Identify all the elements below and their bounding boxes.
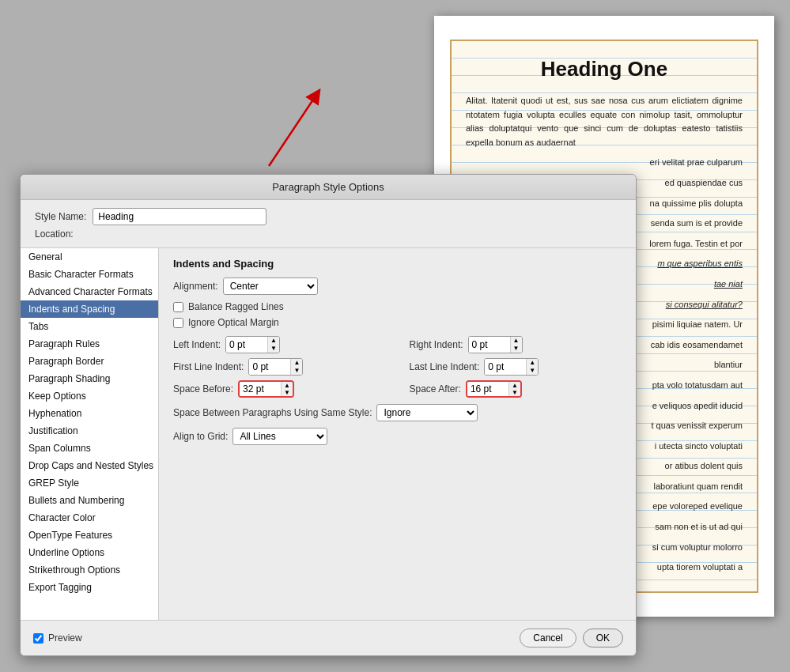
dialog-footer: Preview Cancel OK — [21, 620, 636, 655]
sidebar-item-opentype[interactable]: OpenType Features — [21, 527, 158, 544]
space-before-spinner: ▲ ▼ — [238, 380, 294, 398]
space-after-spinner: ▲ ▼ — [466, 380, 522, 398]
ignore-optical-margin-checkbox[interactable] — [173, 318, 183, 328]
indent-grid: Left Indent: ▲ ▼ Right Indent: — [173, 336, 622, 376]
last-line-indent-label: Last Line Indent: — [410, 361, 480, 372]
sidebar-item-underline[interactable]: Underline Options — [21, 544, 158, 561]
left-indent-up[interactable]: ▲ — [268, 337, 279, 345]
sidebar-item-grep-style[interactable]: GREP Style — [21, 474, 158, 492]
sidebar-item-span-columns[interactable]: Span Columns — [21, 440, 158, 457]
space-after-input[interactable] — [467, 382, 508, 396]
style-name-label: Style Name: — [35, 211, 86, 222]
ignore-optical-margin-label: Ignore Optical Margin — [188, 317, 279, 328]
main-content-area: Indents and Spacing Alignment: Center Le… — [159, 248, 636, 620]
space-grid: Space Before: ▲ ▼ Space After: — [173, 380, 622, 398]
first-line-indent-row: First Line Indent: ▲ ▼ — [173, 358, 386, 376]
last-line-indent-row: Last Line Indent: ▲ ▼ — [410, 358, 622, 376]
first-line-indent-spinner: ▲ ▼ — [248, 358, 303, 376]
sidebar-item-para-border[interactable]: Paragraph Border — [21, 353, 158, 370]
footer-buttons: Cancel OK — [520, 629, 623, 647]
sidebar-item-drop-caps[interactable]: Drop Caps and Nested Styles — [21, 457, 158, 474]
sidebar-item-char-color[interactable]: Character Color — [21, 509, 158, 527]
right-indent-input[interactable] — [469, 337, 510, 353]
left-indent-row: Left Indent: ▲ ▼ — [173, 336, 386, 353]
balance-ragged-lines-checkbox[interactable] — [173, 302, 183, 312]
sidebar-item-keep-options[interactable]: Keep Options — [21, 387, 158, 405]
last-line-indent-input[interactable] — [485, 359, 526, 375]
sidebar-item-hyphenation[interactable]: Hyphenation — [21, 405, 158, 422]
sidebar-item-export-tagging[interactable]: Export Tagging — [21, 579, 158, 596]
first-line-indent-down[interactable]: ▼ — [291, 367, 302, 375]
alignment-select[interactable]: Center Left Right Justify — [223, 277, 318, 295]
left-indent-arrows: ▲ ▼ — [267, 337, 279, 353]
align-to-grid-select[interactable]: All Lines None First Line Only — [232, 428, 327, 445]
sidebar-item-tabs[interactable]: Tabs — [21, 318, 158, 335]
preview-checkbox[interactable] — [33, 633, 43, 644]
sidebar-item-strikethrough[interactable]: Strikethrough Options — [21, 561, 158, 579]
align-to-grid-row: Align to Grid: All Lines None First Line… — [173, 428, 622, 445]
right-indent-label: Right Indent: — [410, 339, 463, 350]
space-before-row: Space Before: ▲ ▼ — [173, 380, 386, 398]
first-line-indent-arrows: ▲ ▼ — [290, 359, 302, 375]
last-line-indent-up[interactable]: ▲ — [527, 359, 538, 367]
space-after-up[interactable]: ▲ — [509, 382, 520, 389]
space-after-down[interactable]: ▼ — [509, 389, 520, 396]
last-line-indent-spinner: ▲ ▼ — [484, 358, 539, 376]
alignment-label: Alignment: — [173, 281, 218, 292]
left-indent-down[interactable]: ▼ — [268, 345, 279, 353]
sidebar-item-basic-char[interactable]: Basic Character Formats — [21, 266, 158, 283]
last-line-indent-arrows: ▲ ▼ — [526, 359, 538, 375]
preview-checkbox-row: Preview — [33, 632, 82, 644]
sidebar: General Basic Character Formats Advanced… — [21, 248, 159, 620]
balance-ragged-lines-label: Balance Ragged Lines — [188, 301, 284, 312]
first-line-indent-label: First Line Indent: — [173, 361, 244, 372]
preview-label: Preview — [48, 632, 82, 644]
space-before-up[interactable]: ▲ — [282, 382, 293, 389]
red-arrow-indicator — [253, 79, 348, 174]
left-indent-input[interactable] — [226, 337, 267, 353]
space-before-down[interactable]: ▼ — [282, 389, 293, 396]
alignment-row: Alignment: Center Left Right Justify — [173, 277, 622, 295]
sidebar-item-bullets[interactable]: Bullets and Numbering — [21, 492, 158, 509]
balance-ragged-lines-row: Balance Ragged Lines — [173, 301, 622, 312]
space-between-select[interactable]: Ignore Use Space Before Use Space After — [376, 404, 478, 421]
first-line-indent-up[interactable]: ▲ — [291, 359, 302, 367]
right-indent-arrows: ▲ ▼ — [510, 337, 522, 353]
ignore-optical-margin-row: Ignore Optical Margin — [173, 317, 622, 328]
right-indent-up[interactable]: ▲ — [511, 337, 522, 345]
space-after-label: Space After: — [410, 383, 461, 395]
dialog-titlebar: Paragraph Style Options — [21, 175, 636, 200]
space-between-row: Space Between Paragraphs Using Same Styl… — [173, 404, 622, 421]
space-after-arrows: ▲ ▼ — [508, 382, 520, 396]
space-before-arrows: ▲ ▼ — [281, 382, 293, 396]
sidebar-item-justification[interactable]: Justification — [21, 422, 158, 440]
space-after-row: Space After: ▲ ▼ — [410, 380, 622, 398]
space-before-input[interactable] — [240, 382, 281, 396]
last-line-indent-down[interactable]: ▼ — [527, 367, 538, 375]
space-before-label: Space Before: — [173, 383, 233, 395]
sidebar-item-general[interactable]: General — [21, 248, 158, 266]
location-label: Location: — [35, 228, 74, 240]
style-name-input[interactable] — [93, 208, 266, 225]
left-indent-spinner: ▲ ▼ — [225, 336, 280, 353]
sidebar-item-indents-spacing[interactable]: Indents and Spacing — [21, 300, 158, 318]
sidebar-item-advanced-char[interactable]: Advanced Character Formats — [21, 283, 158, 300]
paragraph-style-options-dialog: Paragraph Style Options Style Name: Loca… — [20, 174, 637, 656]
section-header: Indents and Spacing — [173, 258, 622, 270]
svg-line-1 — [269, 95, 316, 166]
sidebar-item-para-shading[interactable]: Paragraph Shading — [21, 370, 158, 387]
first-line-indent-input[interactable] — [249, 359, 290, 375]
right-indent-down[interactable]: ▼ — [511, 345, 522, 353]
sidebar-item-para-rules[interactable]: Paragraph Rules — [21, 335, 158, 353]
right-indent-row: Right Indent: ▲ ▼ — [410, 336, 622, 353]
dialog-title: Paragraph Style Options — [272, 181, 384, 193]
cancel-button[interactable]: Cancel — [520, 629, 576, 647]
ok-button[interactable]: OK — [583, 629, 623, 647]
right-indent-spinner: ▲ ▼ — [468, 336, 523, 353]
left-indent-label: Left Indent: — [173, 339, 221, 350]
space-between-label: Space Between Paragraphs Using Same Styl… — [173, 407, 372, 418]
page-heading: Heading One — [466, 57, 743, 81]
align-to-grid-label: Align to Grid: — [173, 431, 228, 442]
